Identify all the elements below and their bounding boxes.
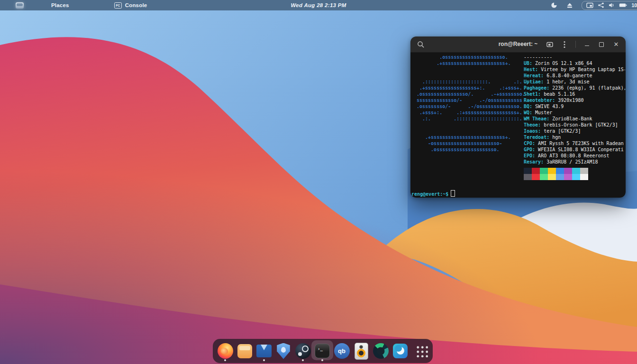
info-line: Teredoat: hgn <box>524 134 625 140</box>
neofetch-ascii-logo: .osssssssssssssssssssso. .+sssssssssssss… <box>417 54 525 153</box>
steam-icon <box>295 343 311 359</box>
info-line: CPO: AMI Ryssh 5 7E23KS with Radean <box>524 140 625 146</box>
info-line: WQ: Muster <box>524 109 625 116</box>
battery-percent: 100 <box>631 2 637 8</box>
dock-item-files[interactable] <box>237 341 253 362</box>
dock-item-steam[interactable] <box>295 341 311 362</box>
info-line: BQ: SWIVE 43.9 <box>524 103 625 109</box>
palette-swatch <box>580 174 588 180</box>
terminal-color-palette <box>524 168 588 180</box>
monitor-icon <box>373 343 389 359</box>
network-share-icon <box>598 2 604 8</box>
info-line: EPO: ARO AT3 08:80.8 Reeeronst <box>524 153 625 159</box>
info-line: ---------- <box>524 54 625 60</box>
maximize-button[interactable] <box>598 41 605 48</box>
qbittorrent-icon: qb <box>334 343 350 359</box>
palette-swatch <box>540 174 548 180</box>
dock-item-mail[interactable] <box>256 341 272 362</box>
running-indicator <box>224 359 226 361</box>
dock-item-software[interactable] <box>392 341 408 362</box>
info-line: Hereat: 6.8.8-40-ganerte <box>524 73 625 79</box>
palette-swatch <box>548 168 556 174</box>
app-grid-icon <box>415 345 428 357</box>
terminal-window: ron@Reeert: ~ ✕ .osssssssssssssssssssso.… <box>410 36 626 198</box>
info-line: Paghagee: 2236 (epkg), 91 (flatpak), <box>524 85 625 91</box>
battery-icon <box>619 2 627 8</box>
volume-icon <box>609 2 615 8</box>
system-tray: 100 <box>542 0 637 10</box>
palette-swatch <box>556 174 564 180</box>
dock-item-app-grid[interactable] <box>414 341 428 362</box>
titlebar-divider <box>575 41 576 48</box>
dock-item-firefox[interactable] <box>217 341 233 362</box>
terminal-titlebar[interactable]: ron@Reeert: ~ ✕ <box>410 36 626 53</box>
dock-item-shield[interactable] <box>275 341 291 362</box>
info-line: Uptiae: 1 hebr, 3d mise <box>524 79 625 85</box>
palette-swatch <box>524 174 532 180</box>
info-line: Resary: 3aRBRU8 / 25IzAM18 <box>524 159 625 165</box>
activities-window-icon[interactable] <box>16 2 24 9</box>
info-line: Theoe: brebis-Orson-Bark [GTK2/3] <box>524 122 625 128</box>
dock-item-qbittorrent[interactable]: qb <box>334 341 350 362</box>
shell-prompt: reng@evert:~$ <box>411 190 455 197</box>
pc-badge-icon: PC <box>114 2 122 9</box>
mail-icon <box>256 345 272 357</box>
terminal-cursor <box>451 190 455 197</box>
info-line: GPO: WFE3IA SLI08.8 W33IA Conperati <box>524 146 625 153</box>
firefox-icon <box>218 343 233 359</box>
palette-swatch <box>572 168 580 174</box>
neofetch-info: ----------UB: Zorin OS 12.1 x86_64Hest: … <box>524 54 625 165</box>
terminal-icon: ›_ <box>315 344 330 358</box>
palette-swatch <box>532 168 540 174</box>
console-menu-label: Console <box>125 2 147 8</box>
dock-item-terminal[interactable]: ›_ <box>314 341 330 362</box>
palette-swatch <box>564 168 572 174</box>
music-icon <box>355 343 368 360</box>
info-line: UB: Zorin OS 12.1 x86_64 <box>524 60 625 66</box>
search-icon[interactable] <box>417 40 425 49</box>
palette-swatch <box>548 174 556 180</box>
clock[interactable]: Wed Aug 28 2:13 PM <box>291 2 346 8</box>
console-menu[interactable]: PC Console <box>114 2 147 9</box>
palette-swatch <box>572 174 580 180</box>
palette-swatch <box>532 174 540 180</box>
desktop: Places PC Console Wed Aug 28 2:13 PM <box>0 0 637 364</box>
info-line: WM Theae: ZorioBlae-Bank <box>524 116 625 122</box>
minimize-button[interactable] <box>583 41 591 48</box>
shield-icon <box>276 343 291 359</box>
info-line: Shet1: beab 5.1.16 <box>524 91 625 97</box>
places-menu[interactable]: Places <box>51 2 69 8</box>
update-pie-icon[interactable] <box>551 2 557 9</box>
info-line: Ioaos: tera [GTK2/3] <box>524 128 625 134</box>
eject-icon[interactable] <box>566 2 573 9</box>
dock-item-music[interactable] <box>353 341 369 362</box>
terminal-title: ron@Reeert: ~ <box>499 36 538 52</box>
dock-item-monitor[interactable] <box>373 341 389 362</box>
kebab-menu-icon[interactable] <box>561 41 568 48</box>
tray-pill[interactable]: 100 <box>582 1 637 10</box>
software-icon <box>393 344 408 358</box>
info-line: Hest: Virtee by HP Beatng Laptap 1S- <box>524 66 625 73</box>
running-indicator <box>302 359 304 361</box>
files-icon <box>237 344 252 358</box>
new-tab-icon[interactable] <box>546 41 554 48</box>
palette-swatch <box>524 168 532 174</box>
palette-swatch <box>564 174 572 180</box>
terminal-content[interactable]: .osssssssssssssssssssso. .+sssssssssssss… <box>410 53 626 198</box>
close-button[interactable]: ✕ <box>612 41 620 48</box>
dock: ›_qb <box>213 339 433 363</box>
palette-swatch <box>556 168 564 174</box>
palette-swatch <box>540 168 548 174</box>
running-indicator <box>321 359 323 361</box>
palette-swatch <box>580 168 588 174</box>
top-panel-left: Places PC Console <box>0 0 147 10</box>
info-line: Raeotebter: 3920x1980 <box>524 97 625 103</box>
top-panel: Places PC Console Wed Aug 28 2:13 PM <box>0 0 637 10</box>
running-indicator <box>263 359 265 361</box>
display-icon <box>586 2 593 9</box>
